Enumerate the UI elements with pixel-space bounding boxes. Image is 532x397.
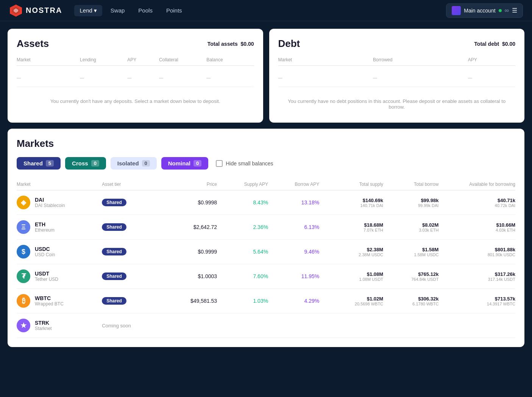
market-row-usdc[interactable]: $ USDC USD Coin Shared $0.9999 5.64% 9.4… <box>17 240 515 264</box>
strk-name: Starknet <box>35 326 52 331</box>
debt-empty-message: You currently have no debt positions in … <box>278 95 516 114</box>
assets-panel: Assets Total assets $0.00 Market Lending… <box>8 29 263 123</box>
filter-cross[interactable]: Cross 0 <box>65 157 106 170</box>
usdt-icon: ₮ <box>17 269 30 283</box>
dai-total-borrow-token: 99.99k DAI <box>383 203 438 208</box>
assets-header: Assets Total assets $0.00 <box>17 38 254 50</box>
usdt-available-token: 317.14k USDT <box>438 277 515 282</box>
isolated-count: 0 <box>142 160 150 167</box>
avatar <box>452 6 461 15</box>
dai-available: $40.71k <box>438 198 515 203</box>
nav-pools[interactable]: Pools <box>133 5 158 16</box>
filter-nominal[interactable]: Nominal 0 <box>161 157 208 170</box>
usdc-tier: Shared <box>102 248 126 255</box>
debt-empty-row: – – – <box>278 69 516 87</box>
market-row-strk[interactable]: ★ STRK Starknet Coming soon <box>17 313 515 338</box>
market-row-wbtc[interactable]: ₿ WBTC Wrapped BTC Shared $49,581.53 1.0… <box>17 289 515 313</box>
dai-tier: Shared <box>102 199 126 206</box>
usdt-total-supply: $1.08M <box>319 271 383 277</box>
market-asset-usdc: $ USDC USD Coin <box>17 245 102 258</box>
nav-points[interactable]: Points <box>161 5 187 16</box>
eth-tier: Shared <box>102 223 126 231</box>
usdc-total-supply: $2.38M <box>319 247 383 252</box>
usdt-total-borrow-token: 764.84k USDT <box>383 277 438 282</box>
eth-name: Ethereum <box>35 227 55 233</box>
assets-empty-message: You currently don't have any deposits. S… <box>17 95 254 108</box>
usdc-total-borrow-token: 1.58M USDC <box>383 252 438 257</box>
account-button[interactable]: Main account ∞ ☰ <box>446 3 523 18</box>
usdt-total-borrow: $765.12k <box>383 271 438 277</box>
usdt-borrow-apy: 11.95% <box>268 273 319 279</box>
usdc-available: $801.88k <box>438 247 515 252</box>
wbtc-tier: Shared <box>102 297 126 305</box>
dai-total-supply-token: 140.71k DAI <box>319 203 383 208</box>
usdc-available-token: 801.90k USDC <box>438 252 515 257</box>
nominal-count: 0 <box>193 160 201 167</box>
filter-shared[interactable]: Shared 5 <box>17 157 61 170</box>
assets-total: Total assets $0.00 <box>207 41 254 47</box>
markets-table-header: Market Asset tier Price Supply APY Borro… <box>17 179 515 190</box>
wbtc-available-token: 14.3917 WBTC <box>438 302 515 306</box>
dai-borrow-apy: 13.18% <box>268 199 319 206</box>
main-content: Assets Total assets $0.00 Market Lending… <box>0 21 532 355</box>
dai-total-borrow: $99.98k <box>383 198 438 203</box>
market-row-usdt[interactable]: ₮ USDT Tether USD Shared $1.0003 7.60% 1… <box>17 264 515 289</box>
logo[interactable]: NOSTRA <box>9 4 62 17</box>
hamburger-icon: ☰ <box>512 7 517 14</box>
usdt-price: $1.0003 <box>166 273 217 279</box>
navbar: NOSTRA Lend ▾ Swap Pools Points Main acc… <box>0 0 532 21</box>
debt-header: Debt Total debt $0.00 <box>278 38 516 50</box>
strk-symbol: STRK <box>35 320 52 326</box>
debt-table-header: Market Borrowed APY <box>278 57 516 66</box>
filter-bar: Shared 5 Cross 0 Isolated 0 Nominal 0 Hi… <box>17 157 515 170</box>
dai-supply-apy: 8.43% <box>217 199 268 206</box>
market-row-dai[interactable]: ◈ DAI DAI Stablecoin Shared $0.9998 8.43… <box>17 190 515 215</box>
infinity-icon: ∞ <box>505 7 509 14</box>
usdc-borrow-apy: 9.46% <box>268 249 319 255</box>
strk-icon: ★ <box>17 319 30 332</box>
markets-title: Markets <box>17 138 515 149</box>
nav-links: Lend ▾ Swap Pools Points <box>74 5 446 16</box>
eth-available: $10.66M <box>438 222 515 228</box>
account-label: Main account <box>464 8 495 14</box>
usdc-supply-apy: 5.64% <box>217 249 268 255</box>
shared-count: 5 <box>46 160 54 167</box>
wbtc-icon: ₿ <box>17 294 30 308</box>
logo-icon <box>9 4 23 17</box>
usdc-price: $0.9999 <box>166 249 217 255</box>
usdt-tier: Shared <box>102 272 126 280</box>
nav-swap[interactable]: Swap <box>105 5 130 16</box>
wbtc-borrow-apy: 4.29% <box>268 298 319 304</box>
eth-symbol: ETH <box>35 221 55 227</box>
eth-available-token: 4.03k ETH <box>438 228 515 232</box>
dai-price: $0.9998 <box>166 199 217 206</box>
eth-price: $2,642.72 <box>166 224 217 230</box>
filter-isolated[interactable]: Isolated 0 <box>111 157 157 170</box>
debt-title: Debt <box>278 38 300 50</box>
assets-empty-row: – – – – – <box>17 69 254 87</box>
nav-lend[interactable]: Lend ▾ <box>74 5 102 16</box>
eth-total-supply-token: 7.07k ETH <box>319 228 383 232</box>
market-row-eth[interactable]: Ξ ETH Ethereum Shared $2,642.72 2.36% 6.… <box>17 215 515 240</box>
cross-count: 0 <box>91 160 99 167</box>
usdc-icon: $ <box>17 245 30 258</box>
wbtc-available: $713.57k <box>438 296 515 302</box>
assets-table-header: Market Lending APY Collateral Balance <box>17 57 254 66</box>
usdt-supply-apy: 7.60% <box>217 273 268 279</box>
usdt-name: Tether USD <box>35 277 58 282</box>
dai-name: DAI Stablecoin <box>35 203 65 208</box>
dai-total-supply: $140.69k <box>319 198 383 203</box>
market-asset-usdt: ₮ USDT Tether USD <box>17 269 102 283</box>
wbtc-total-supply: $1.02M <box>319 296 383 302</box>
dai-icon: ◈ <box>17 196 30 209</box>
market-asset-wbtc: ₿ WBTC Wrapped BTC <box>17 294 102 308</box>
eth-total-supply: $18.68M <box>319 222 383 228</box>
usdc-total-borrow: $1.58M <box>383 247 438 252</box>
usdc-name: USD Coin <box>35 252 55 257</box>
hide-small-checkbox[interactable] <box>216 160 223 167</box>
logo-text: NOSTRA <box>26 6 62 15</box>
debt-total-value: $0.00 <box>502 41 515 47</box>
wbtc-total-borrow: $306.32k <box>383 296 438 302</box>
eth-borrow-apy: 6.13% <box>268 224 319 230</box>
hide-small-balances[interactable]: Hide small balances <box>216 160 273 167</box>
